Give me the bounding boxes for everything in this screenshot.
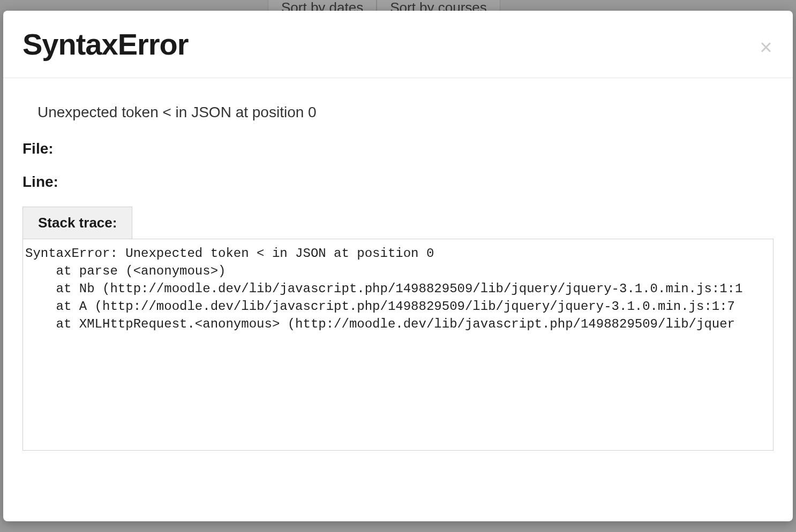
stack-trace-content: SyntaxError: Unexpected token < in JSON …: [22, 239, 774, 451]
close-button[interactable]: ×: [755, 36, 777, 58]
error-message: Unexpected token < in JSON at position 0: [37, 104, 774, 121]
close-icon: ×: [760, 36, 772, 58]
file-label: File:: [22, 140, 774, 157]
modal-title: SyntaxError: [22, 27, 774, 62]
error-modal: SyntaxError × Unexpected token < in JSON…: [3, 11, 793, 521]
line-label: Line:: [22, 173, 774, 191]
modal-body: Unexpected token < in JSON at position 0…: [3, 78, 793, 521]
modal-header: SyntaxError ×: [3, 11, 793, 78]
stack-trace-tab[interactable]: Stack trace:: [22, 207, 132, 239]
